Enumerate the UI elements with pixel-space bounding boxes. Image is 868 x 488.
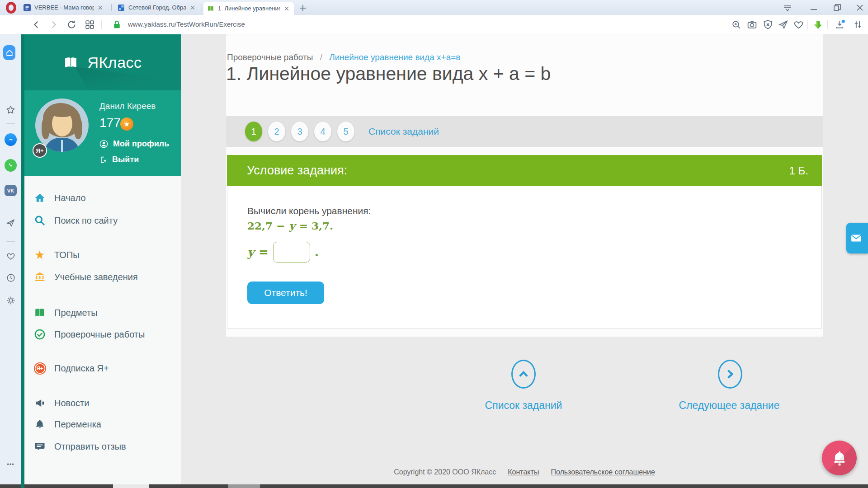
new-tab-button[interactable] [298,4,307,13]
logout-link[interactable]: Выйти [99,155,139,164]
answer-row: y = . [247,242,319,263]
tab-netcity[interactable]: Сетевой Город. Образова [114,0,200,15]
sidebar-item-break[interactable]: Переменка [33,417,101,432]
speed-dial-home-icon[interactable] [3,47,15,59]
sidebar-item-subscription[interactable]: Я+ Подписка Я+ [33,361,109,375]
personal-news-heart-icon[interactable] [5,250,17,262]
tab-close-icon[interactable] [97,4,104,11]
submit-answer-button[interactable]: Ответить! [247,282,324,304]
breadcrumb-root-link[interactable]: Проверочные работы [227,52,313,62]
sidebar-item-feedback[interactable]: Отправить отзыв [33,439,126,454]
check-circle-icon [33,328,47,340]
bell-icon [33,418,47,430]
user-points: 177 [99,116,121,130]
my-flow-plane-icon[interactable] [5,217,17,229]
yaklass-logo[interactable]: ЯКласс [21,34,181,90]
adblock-shield-icon[interactable] [762,19,774,30]
contacts-link[interactable]: Контакты [508,468,539,476]
snapshot-camera-icon[interactable] [746,19,758,30]
tab-separator [111,4,112,11]
settings-gear-icon[interactable] [5,294,17,306]
minimize-button[interactable] [807,2,820,13]
tab-bar: VERBEE - Мама говорила Сетевой Город. Об… [0,0,868,15]
divider [827,20,828,29]
breadcrumb-current-link[interactable]: Линейное уравнение вида x+a=в [329,52,460,62]
bookmark-heart-icon[interactable] [793,19,804,30]
history-clock-icon[interactable] [5,272,17,284]
profile-person-icon [99,139,108,149]
messenger-icon[interactable] [5,133,17,145]
sidebar-item-tops[interactable]: ★ ТОПы [33,248,80,262]
task-number-1[interactable]: 1 [245,122,262,141]
tab-verbee[interactable]: VERBEE - Мама говорила [20,0,108,15]
forward-icon[interactable] [48,19,59,30]
envelope-icon [850,232,862,244]
share-plane-icon[interactable] [778,19,789,30]
tab-close-icon[interactable] [283,5,290,12]
taskbar-item [228,484,260,488]
netcity-favicon [118,4,125,11]
settings-sliders-icon[interactable] [852,19,863,30]
sidebar-item-tests[interactable]: Проверочные работы [33,327,145,342]
sidebar-overflow-dots[interactable]: ••• [0,461,21,468]
next-task-circle-button[interactable] [718,360,742,389]
notification-bell-button[interactable] [822,441,857,475]
secure-lock-icon[interactable] [111,19,123,30]
zoom-page-icon[interactable] [731,19,742,30]
yaklass-logo-book-icon [60,55,81,70]
task-number-5[interactable]: 5 [337,122,354,141]
vk-icon[interactable]: VK [5,184,17,197]
tab-menu-icon[interactable] [781,2,794,13]
my-profile-link[interactable]: Мой профиль [99,139,169,149]
divider [6,208,15,208]
downloads-icon[interactable] [834,19,845,30]
tab-title: VERBEE - Мама говорила [34,4,94,11]
bookmarks-star-icon[interactable] [5,104,17,116]
condition-title: Условие задания: [247,164,347,178]
extension-green-arrow-icon[interactable] [812,19,824,30]
restore-button[interactable] [831,2,844,13]
task-number-3[interactable]: 3 [291,122,308,141]
sidebar-item-subjects[interactable]: Предметы [33,305,98,320]
logout-door-icon [99,155,108,164]
points-star-icon: ★ [120,117,133,131]
tab-title: Сетевой Город. Образова [128,4,186,11]
copyright-text: Copyright © 2020 ООО ЯКласс [394,468,496,476]
feedback-envelope-tab[interactable] [846,223,868,253]
whatsapp-icon[interactable] [5,159,17,171]
reload-icon[interactable] [66,19,77,30]
opera-menu-button[interactable] [6,2,16,14]
answer-input[interactable] [273,242,310,263]
school-icon [33,271,47,283]
user-name: Данил Киреев [99,101,156,111]
sidebar-item-home[interactable]: Начало [33,191,86,205]
task-list-label[interactable]: Список заданий [451,399,596,412]
task-prompt: Вычисли корень уравнения: [247,206,371,216]
books-icon [33,307,47,319]
yaklass-favicon [207,5,214,12]
footer: Copyright © 2020 ООО ЯКласс Контакты Пол… [181,468,868,476]
url-text[interactable]: www.yaklass.ru/TestWorkRun/Exercise [128,20,245,28]
star-icon: ★ [33,249,47,261]
speed-dial-grid-icon[interactable] [84,19,95,30]
task-number-2[interactable]: 2 [268,122,285,141]
task-list-link[interactable]: Список заданий [368,126,439,137]
back-icon[interactable] [31,19,42,30]
opera-sidebar: VK ••• [0,34,21,488]
task-equation: 22,7 −y= 3,7. [247,220,333,232]
task-list-circle-button[interactable] [511,360,536,389]
tab-yaklass-active[interactable]: 1. Линейное уравнение ви [203,2,294,15]
close-button[interactable] [854,2,866,13]
sidebar-item-search[interactable]: Поиск по сайту [33,213,118,228]
next-task-label[interactable]: Следующее задание [657,399,802,412]
tab-separator [202,4,202,11]
sidebar-item-news[interactable]: Новости [33,396,89,410]
task-card: Условие задания: 1 Б. Вычисли корень ура… [227,155,822,328]
home-icon [33,192,47,204]
taskbar-item [113,484,149,488]
tab-close-icon[interactable] [189,4,196,11]
task-number-4[interactable]: 4 [314,122,331,141]
user-agreement-link[interactable]: Пользовательское соглашение [551,468,655,476]
breadcrumb: Проверочные работы / Линейное уравнение … [227,52,460,62]
sidebar-item-schools[interactable]: Учебные заведения [33,270,138,284]
